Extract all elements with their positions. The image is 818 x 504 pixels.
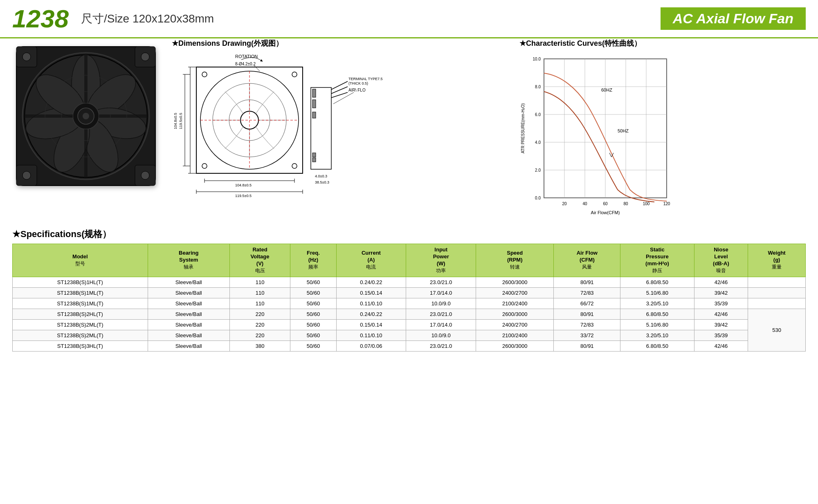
table-cell: ST1238B(S)2ML(T) [13,330,148,340]
svg-text:4.0±0.3: 4.0±0.3 [315,174,327,178]
svg-text:60HZ: 60HZ [601,87,612,92]
svg-text:38.5±0.3: 38.5±0.3 [315,180,329,184]
chart-svg: 10.0 8.0 6.0 4.0 2.0 0.0 20 40 60 80 100… [519,51,679,222]
table-cell: 0.24/0.22 [336,277,406,287]
svg-text:Air Flow(CFM): Air Flow(CFM) [591,210,620,215]
table-cell: 66/72 [554,298,620,309]
table-row: ST1238B(S)2HL(T)Sleeve/Ball22050/600.24/… [13,309,806,319]
table-cell: 39/42 [694,319,748,330]
table-cell: Sleeve/Ball [148,277,229,287]
svg-text:80: 80 [623,202,628,206]
svg-text:104.8±0.5: 104.8±0.5 [235,183,252,187]
col-freq: Freq.(Hz)频率 [290,244,336,277]
svg-line-56 [333,92,354,104]
table-row: ST1238B(S)1ML(T)Sleeve/Ball11050/600.11/… [13,298,806,309]
svg-line-52 [331,92,348,98]
svg-text:20: 20 [562,202,567,206]
table-cell: 5.10/6.80 [620,319,694,330]
svg-point-5 [22,53,31,61]
svg-point-38 [202,72,207,77]
svg-text:119.5±0.5: 119.5±0.5 [179,113,183,129]
table-cell: 72/83 [554,287,620,298]
table-cell: 39/42 [694,287,748,298]
curves-section: ★Characteristic Curves(特性曲线） 10.0 8.0 6.… [519,38,806,224]
table-cell: 50/60 [290,309,336,319]
table-cell: 380 [229,340,290,351]
table-cell: 2400/2700 [476,319,554,330]
svg-text:60: 60 [603,202,608,206]
table-cell: 2600/3000 [476,277,554,287]
svg-rect-48 [312,153,316,157]
table-cell: Sleeve/Ball [148,330,229,340]
svg-rect-47 [312,112,316,118]
table-cell: 2400/2700 [476,287,554,298]
svg-point-6 [141,53,149,61]
svg-point-20 [83,113,89,119]
table-cell: 35/39 [694,298,748,309]
svg-text:100: 100 [643,202,650,206]
table-cell: ST1238B(S)1HL(T) [13,277,148,287]
col-power: InputPower(W)功率 [406,244,476,277]
table-cell: 2600/3000 [476,309,554,319]
svg-point-40 [202,164,207,168]
table-row: ST1238B(S)1HL(T)Sleeve/Ball11050/600.24/… [13,277,806,287]
specs-table: Model型号 BearingSystem轴承 RatedVoltage(V)电… [12,244,806,352]
svg-text:4.0: 4.0 [535,140,541,145]
table-row: ST1238B(S)1ML(T)Sleeve/Ball11050/600.15/… [13,287,806,298]
size-label: 尺寸/Size 120x120x38mm [81,11,661,27]
table-cell: 5.10/6.80 [620,287,694,298]
table-row: ST1238B(S)3HL(T)Sleeve/Ball38050/600.07/… [13,340,806,351]
table-cell: 110 [229,287,290,298]
table-cell: 110 [229,298,290,309]
col-speed: Speed(RPM)转速 [476,244,554,277]
svg-line-43 [254,65,260,71]
col-model: Model型号 [13,244,148,277]
table-cell: 10.0/9.0 [406,298,476,309]
table-cell: ST1238B(S)1ML(T) [13,287,148,298]
table-cell: ST1238B(S)2ML(T) [13,319,148,330]
table-cell: 42/46 [694,340,748,351]
fan-image [12,43,160,190]
table-cell: 2600/3000 [476,340,554,351]
svg-text:8-Ø4.2±0.2: 8-Ø4.2±0.2 [235,62,256,66]
svg-text:0.0: 0.0 [535,196,541,200]
table-cell: 6.80/8.50 [620,309,694,319]
dimensions-section: ★Dimensions Drawing(外观图） ROTATION [172,38,515,224]
specs-title: ★Specifications(规格） [12,228,806,240]
table-cell: 3.20/5.10 [620,298,694,309]
dimensions-title: ★Dimensions Drawing(外观图） [172,38,515,48]
table-cell: ST1238B(S)3HL(T) [13,340,148,351]
table-cell: 6.80/8.50 [620,277,694,287]
col-current: Current(A)电流 [336,244,406,277]
table-row: ST1238B(S)2ML(T)Sleeve/Ball22050/600.15/… [13,319,806,330]
fan-image-area [12,38,168,224]
table-cell: 42/46 [694,309,748,319]
table-cell: 3.20/5.10 [620,330,694,340]
table-cell: Sleeve/Ball [148,319,229,330]
svg-point-41 [292,164,297,168]
col-bearing: BearingSystem轴承 [148,244,229,277]
model-number: 1238 [12,4,69,33]
table-cell: ST1238B(S)2HL(T) [13,309,148,319]
table-cell: 220 [229,330,290,340]
table-cell: 23.0/21.0 [406,277,476,287]
col-voltage: RatedVoltage(V)电压 [229,244,290,277]
table-cell: 2100/2400 [476,298,554,309]
table-cell: 50/60 [290,340,336,351]
table-cell: Sleeve/Ball [148,340,229,351]
specs-section: ★Specifications(规格） Model型号 BearingSyste… [0,224,818,352]
svg-rect-46 [312,100,316,108]
table-cell: Sleeve/Ball [148,298,229,309]
svg-text:104.8±0.5: 104.8±0.5 [173,113,178,129]
table-cell: 80/91 [554,277,620,287]
product-title: AC Axial Flow Fan [661,7,806,30]
table-cell: Sleeve/Ball [148,309,229,319]
svg-line-51 [331,87,348,94]
col-airflow: Air Flow(CFM)风量 [554,244,620,277]
table-cell: 72/83 [554,319,620,330]
svg-rect-45 [312,89,316,97]
table-cell: 0.11/0.10 [336,330,406,340]
table-cell: 220 [229,319,290,330]
svg-text:8.0: 8.0 [535,85,541,89]
table-body: ST1238B(S)1HL(T)Sleeve/Ball11050/600.24/… [13,277,806,351]
